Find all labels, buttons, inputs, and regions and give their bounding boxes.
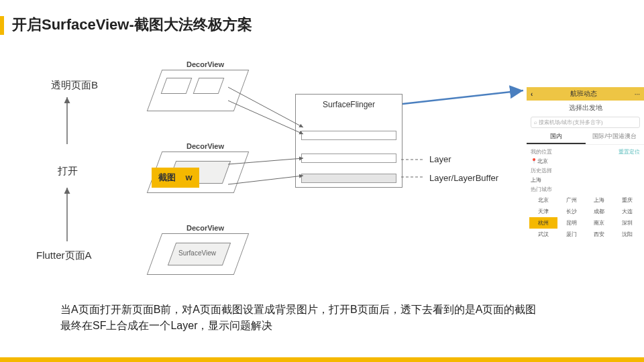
city-item[interactable]: 上海 <box>586 194 614 206</box>
sf-label: SurfaceFlinger <box>323 100 375 109</box>
city-item[interactable]: 深圳 <box>613 217 641 229</box>
surface-flinger-box: SurfaceFlinger <box>295 94 402 188</box>
phone-title: 航班动态 <box>533 89 634 99</box>
city-grid: 北京 广州 上海 重庆 天津 长沙 成都 大连 杭州 昆明 南京 深圳 武汉 厦… <box>527 194 644 240</box>
label-open: 打开 <box>58 165 78 178</box>
label-page-b: 透明页面B <box>51 79 98 92</box>
city-item-active[interactable]: 杭州 <box>529 217 557 229</box>
city-item[interactable]: 南京 <box>586 217 614 229</box>
sec-history: 历史选择 <box>527 166 644 176</box>
more-icon[interactable]: ··· <box>635 90 640 98</box>
phone-subtitle: 选择出发地 <box>527 101 644 115</box>
row-location[interactable]: 📍 北京 <box>527 157 644 166</box>
city-item[interactable]: 沈阳 <box>613 229 641 240</box>
decor-a-label: DecorView <box>186 224 224 232</box>
slide-title: 开启SurfaceView-截图大法终极方案 <box>12 15 252 35</box>
city-item[interactable]: 西安 <box>586 229 614 240</box>
label-page-a: Flutter页面A <box>36 249 92 262</box>
tab-intl[interactable]: 国际/中国港澳台 <box>586 130 645 144</box>
screenshot-badge: 截图 w <box>152 168 199 188</box>
sf-row-1 <box>301 131 396 140</box>
city-item[interactable]: 昆明 <box>557 217 586 229</box>
bottom-bar <box>0 357 644 362</box>
screenshot-label: 截图 <box>158 172 176 182</box>
phone-header: ‹ 航班动态 ··· <box>527 87 644 101</box>
decor-b-label: DecorView <box>186 60 224 68</box>
stack-b: DecorView <box>154 64 241 118</box>
city-item[interactable]: 广州 <box>557 194 586 206</box>
sf-row-2 <box>301 154 396 163</box>
sec-hot: 热门城市 <box>527 184 644 194</box>
search-placeholder: 搜索机场/城市(支持多音字) <box>539 119 603 125</box>
phone-mock: ‹ 航班动态 ··· 选择出发地 ⌕ 搜索机场/城市(支持多音字) 国内 国际/… <box>527 87 644 261</box>
city-item[interactable]: 天津 <box>529 206 557 217</box>
city-item[interactable]: 成都 <box>586 206 614 217</box>
svg-line-8 <box>402 90 523 104</box>
layerbuffer-label: Layer/LayerBuffer <box>429 173 498 183</box>
city-item[interactable]: 重庆 <box>613 194 641 206</box>
city-item[interactable]: 厦门 <box>557 229 586 240</box>
city-item[interactable]: 长沙 <box>557 206 586 217</box>
sf-row-3 <box>301 174 396 183</box>
sec-location: 我的位置重置定位 <box>527 147 644 157</box>
phone-tabs: 国内 国际/中国港澳台 <box>527 130 644 145</box>
tab-domestic[interactable]: 国内 <box>527 130 586 144</box>
desc-line-1: 当A页面打开新页面B前，对A页面截图设置成背景图片，打开B页面后，透下去看到的是… <box>60 302 536 318</box>
stack-a: DecorView SurfaceView <box>154 228 241 282</box>
city-item[interactable]: 武汉 <box>529 229 557 240</box>
city-item[interactable]: 大连 <box>613 206 641 217</box>
decor-mid-label: DecorView <box>186 142 224 150</box>
phone-search[interactable]: ⌕ 搜索机场/城市(支持多音字) <box>531 117 640 128</box>
title-accent <box>0 16 4 35</box>
sv-a-label: SurfaceView <box>178 249 216 257</box>
row-history[interactable]: 上海 <box>527 176 644 184</box>
description: 当A页面打开新页面B前，对A页面截图设置成背景图片，打开B页面后，透下去看到的是… <box>60 302 536 334</box>
city-item[interactable]: 北京 <box>529 194 557 206</box>
desc-line-2: 最终在SF上合成在一个Layer，显示问题解决 <box>60 318 536 334</box>
layer-label: Layer <box>429 154 451 164</box>
